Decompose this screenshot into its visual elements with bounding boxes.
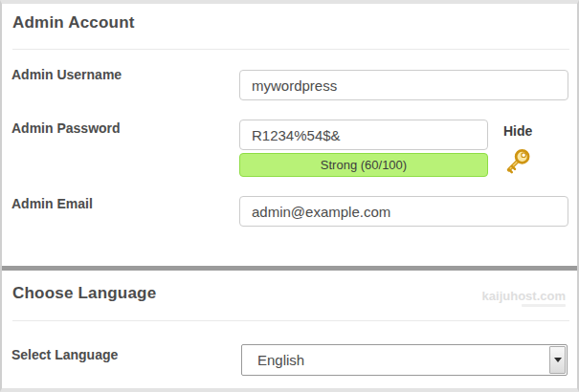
chevron-down-icon[interactable]	[549, 346, 566, 374]
section-divider	[2, 266, 577, 271]
admin-account-heading: Admin Account	[12, 13, 135, 33]
language-select[interactable]: English	[241, 344, 568, 376]
admin-email-label: Admin Email	[11, 196, 93, 211]
password-strength-meter: Strong (60/100)	[239, 153, 488, 177]
select-language-label: Select Language	[11, 347, 118, 362]
password-hide-toggle[interactable]: Hide	[503, 123, 532, 139]
admin-password-label: Admin Password	[11, 120, 121, 136]
key-icon	[504, 164, 531, 179]
language-select-value: English	[242, 352, 304, 368]
installer-panel: Admin Account Admin Username Admin Passw…	[0, 0, 579, 392]
password-strength-text: Strong (60/100)	[321, 158, 407, 172]
admin-username-label: Admin Username	[11, 67, 122, 82]
heading-divider	[12, 49, 569, 50]
watermark-text: kaijuhost.com	[482, 290, 566, 302]
heading-divider	[12, 320, 569, 321]
watermark-tagline	[522, 304, 566, 307]
admin-password-input[interactable]	[239, 120, 488, 150]
generate-password-button[interactable]	[504, 147, 531, 176]
admin-email-input[interactable]	[239, 196, 568, 227]
watermark: kaijuhost.com	[482, 290, 566, 307]
admin-username-input[interactable]	[239, 70, 568, 100]
choose-language-heading: Choose Language	[12, 284, 156, 303]
